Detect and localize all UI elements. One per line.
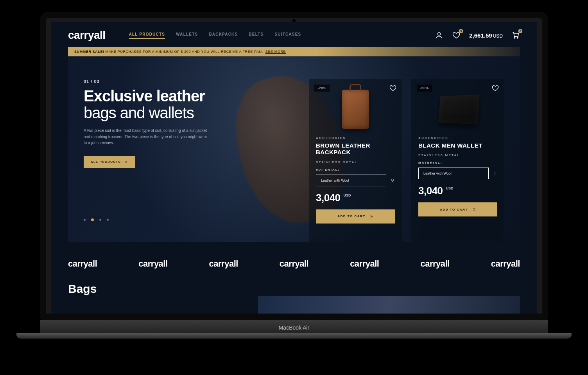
material-label: MATERIAL: [316,168,395,171]
chevron-right-icon [369,215,373,218]
header-actions: 5 2,661.59USD 8 [435,31,520,40]
balance-currency: USD [493,33,503,39]
hero-title-bold: Exclusive leather [84,87,205,105]
wallet-graphic [438,95,479,124]
hero-content: 01 / 03 Exclusive leather bags and walle… [84,79,232,242]
site-header: carryall ALL PRODUCTS WALLETS BACKPACKS … [51,22,537,47]
add-to-cart-label: ADD TO CART [337,215,365,218]
device-label: MacBook Air [279,325,310,331]
bags-preview-image [258,296,520,314]
product-image [309,88,402,131]
material-select[interactable]: Leather with Wool [316,175,386,186]
discount-badge: -20% [314,85,330,92]
svg-point-2 [517,37,518,38]
suitcase-graphic [342,90,369,129]
chevron-right-icon [124,160,128,164]
account-icon[interactable] [435,31,443,40]
add-to-cart-label: ADD TO CART [440,208,468,211]
product-price: 3,040 [418,185,443,197]
brand-strip-item: carryall [68,259,97,269]
slide-counter: 01 / 03 [84,79,232,84]
chevron-down-icon[interactable] [493,170,497,177]
screen-bezel: carryall ALL PRODUCTS WALLETS BACKPACKS … [40,12,548,320]
add-to-cart-button[interactable]: ADD TO CART [418,202,497,216]
main-nav: ALL PRODUCTS WALLETS BACKPACKS BELTS SUI… [129,32,301,39]
balance-display: 2,661.59USD [469,32,503,39]
hero-section: 01 / 03 Exclusive leather bags and walle… [68,56,520,242]
svg-point-1 [514,37,515,38]
laptop-hinge: MacBook Air [40,320,548,335]
hinge-cutout [257,335,331,339]
svg-point-0 [438,32,441,35]
product-image [411,88,504,131]
product-card: -20% ACCESORIES BROWN LEATHER BACKPACK S… [309,79,402,242]
wishlist-badge: 5 [459,29,463,33]
hero-description: A two-piece suit is the most basic type … [84,128,209,146]
price-currency: USD [344,192,351,197]
brand-logo[interactable]: carryall [68,29,106,41]
product-category: ACCESORIES [418,136,497,140]
brand-strip-item: carryall [350,259,379,269]
product-name: BLACK MEN WALLET [418,142,497,149]
chevron-right-icon [472,207,476,211]
hero-title-light: bags and wallets [84,104,194,121]
wishlist-toggle[interactable] [492,85,499,93]
hero-cta-button[interactable]: ALL PRODUCTS [84,156,135,168]
product-price: 3,040 [316,192,341,204]
product-subtitle: STAINLESS METAL [316,160,395,164]
product-category: ACCESORIES [316,136,395,140]
material-select[interactable]: Leather with Wool [418,168,489,179]
cart-icon[interactable]: 8 [511,31,520,40]
website: carryall ALL PRODUCTS WALLETS BACKPACKS … [51,22,537,296]
nav-wallets[interactable]: WALLETS [176,32,198,39]
nav-belts[interactable]: BELTS [249,32,264,39]
material-label: MATERIAL: [418,161,497,164]
promo-text: MAKE PURCHASES FOR A MINIMUM OF $ 200 AN… [106,50,263,54]
product-cards: -20% ACCESORIES BROWN LEATHER BACKPACK S… [309,79,504,242]
brand-strip-item: carryall [491,259,520,269]
nav-suitcases[interactable]: SUITCASES [274,32,301,39]
nav-backpacks[interactable]: BACKPACKS [209,32,238,39]
laptop-mockup: carryall ALL PRODUCTS WALLETS BACKPACKS … [40,12,548,335]
brand-strip-item: carryall [280,259,308,269]
chevron-down-icon[interactable] [390,177,395,184]
hero-title: Exclusive leather bags and wallets [84,88,232,121]
add-to-cart-button[interactable]: ADD TO CART [316,209,395,224]
brand-strip-item: carryall [138,259,167,269]
promo-see-more[interactable]: SEE MORE [265,50,286,54]
heart-icon [492,85,499,92]
balance-amount: 2,661.59 [469,32,492,39]
hero-cta-label: ALL PRODUCTS [91,160,121,164]
screen: carryall ALL PRODUCTS WALLETS BACKPACKS … [51,22,537,314]
brand-strip: carryall carryall carryall carryall carr… [51,242,537,282]
brand-strip-item: carryall [209,259,238,269]
heart-icon [389,85,396,92]
discount-badge: -20% [417,85,432,92]
brand-strip-item: carryall [420,259,449,269]
product-card: -20% ACCESORIES BLACK MEN WALLET STAINLE… [411,79,504,242]
product-name: BROWN LEATHER BACKPACK [316,142,395,156]
nav-all-products[interactable]: ALL PRODUCTS [129,32,165,39]
wishlist-toggle[interactable] [389,85,396,93]
product-subtitle: STAINLESS METAL [418,153,497,157]
promo-bar: SUMMER SALE! MAKE PURCHASES FOR A MINIMU… [68,47,520,56]
cart-badge: 8 [518,29,522,33]
price-currency: USD [446,185,454,190]
section-title: Bags [51,282,537,296]
wishlist-icon[interactable]: 5 [452,31,461,40]
promo-tag: SUMMER SALE! [74,50,104,54]
